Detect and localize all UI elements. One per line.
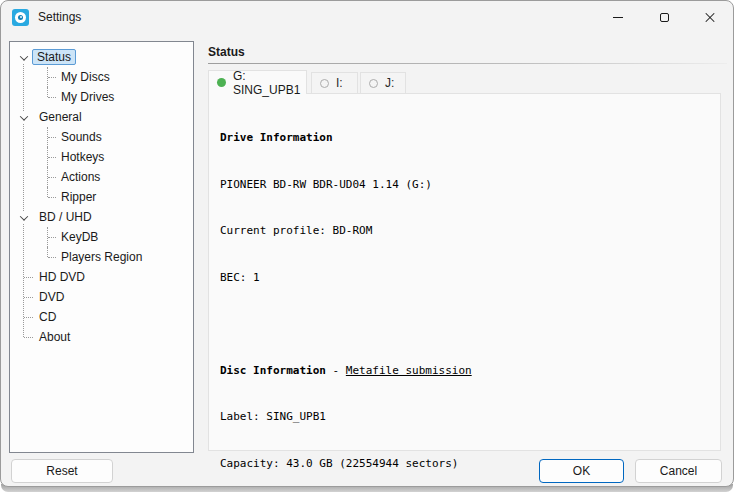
page-title: Status (208, 45, 245, 59)
drive-empty-dot-icon (369, 79, 378, 88)
chevron-down-icon[interactable] (17, 111, 30, 124)
maximize-button[interactable] (641, 1, 687, 33)
close-button[interactable] (687, 1, 733, 33)
tree-item-sounds[interactable]: Sounds (10, 127, 193, 147)
disc-loaded-dot-icon (217, 78, 226, 87)
maximize-icon (660, 13, 669, 22)
tree-item-status[interactable]: Status (10, 47, 193, 67)
window-title: Settings (38, 10, 81, 24)
titlebar: Settings (1, 1, 733, 33)
status-content-panel: Drive Information PIONEER BD-RW BDR-UD04… (208, 93, 721, 451)
minimize-icon (613, 17, 623, 18)
tree-item-hd-dvd[interactable]: HD DVD (10, 267, 193, 287)
minimize-button[interactable] (595, 1, 641, 33)
tree-item-general[interactable]: General (10, 107, 193, 127)
chevron-down-icon[interactable] (17, 211, 30, 224)
tab-drive-j[interactable]: J: (360, 72, 406, 93)
tree-item-cd[interactable]: CD (10, 307, 193, 327)
heading-separator (208, 63, 727, 64)
tab-drive-i[interactable]: I: (311, 72, 358, 93)
tree-item-dvd[interactable]: DVD (10, 287, 193, 307)
tree-item-ripper[interactable]: Ripper (10, 187, 193, 207)
disc-info-heading-line: Disc Information - Metafile submission (220, 363, 716, 379)
app-eye-icon (12, 9, 29, 26)
tree-item-players-region[interactable]: Players Region (10, 247, 193, 267)
tree-item-bd-uhd[interactable]: BD / UHD (10, 207, 193, 227)
tree-item-my-discs[interactable]: My Discs (10, 67, 193, 87)
tree-item-hotkeys[interactable]: Hotkeys (10, 147, 193, 167)
tree-item-actions[interactable]: Actions (10, 167, 193, 187)
metafile-submission-link[interactable]: Metafile submission (346, 364, 472, 377)
tree-item-keydb[interactable]: KeyDB (10, 227, 193, 247)
tree-item-my-drives[interactable]: My Drives (10, 87, 193, 107)
ok-button[interactable]: OK (539, 459, 624, 483)
chevron-down-icon[interactable] (17, 51, 30, 64)
settings-window: Settings Status My Discs My Drives (0, 0, 734, 487)
reset-button[interactable]: Reset (11, 459, 113, 483)
close-icon (704, 11, 716, 23)
settings-tree: Status My Discs My Drives General Sounds… (9, 41, 194, 453)
drive-empty-dot-icon (320, 79, 329, 88)
tab-drive-g[interactable]: G: SING_UPB1 (208, 70, 307, 94)
drive-status-text: Drive Information PIONEER BD-RW BDR-UD04… (220, 99, 716, 487)
cancel-button[interactable]: Cancel (635, 459, 722, 483)
drive-info-heading: Drive Information (220, 130, 716, 146)
tree-item-about[interactable]: About (10, 327, 193, 347)
